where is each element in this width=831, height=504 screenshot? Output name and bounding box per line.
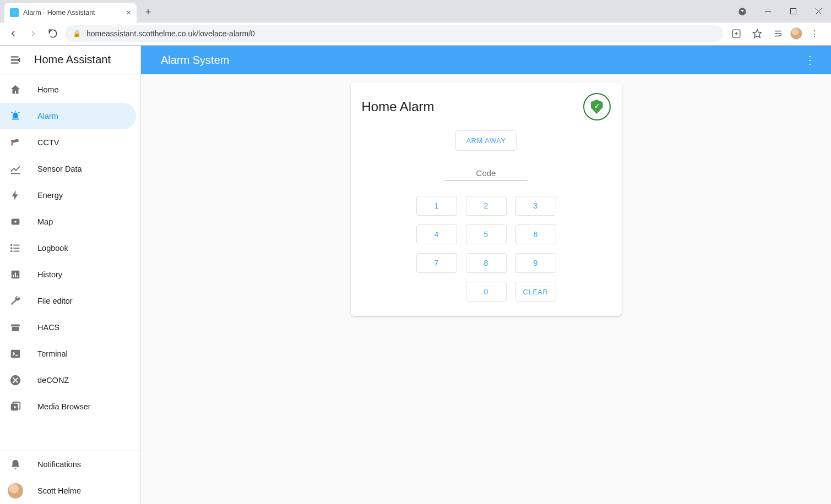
- nav-item-notifications[interactable]: Notifications: [0, 451, 140, 478]
- bookmark-icon[interactable]: [748, 25, 766, 42]
- store-icon: [9, 321, 22, 334]
- install-app-icon[interactable]: [727, 25, 745, 42]
- main-content: Alarm System ⋮ Home Alarm ✓ ARM AWAY 1: [141, 46, 831, 504]
- sidebar-title: Home Assistant: [34, 53, 132, 66]
- minimize-button[interactable]: [755, 3, 780, 20]
- new-tab-button[interactable]: +: [140, 4, 156, 21]
- nav-label: Logbook: [37, 244, 68, 253]
- svg-point-23: [11, 248, 12, 249]
- nav-item-history[interactable]: History: [0, 261, 136, 288]
- maximize-button[interactable]: [780, 3, 806, 20]
- keypad-1[interactable]: 1: [416, 196, 457, 216]
- keypad-empty: [416, 282, 457, 302]
- bar-chart-icon: [9, 268, 22, 281]
- svg-rect-27: [15, 272, 16, 277]
- svg-rect-13: [12, 119, 19, 120]
- nav-label: Home: [37, 85, 59, 94]
- keypad-3[interactable]: 3: [515, 196, 556, 216]
- tab-title: Alarm - Home Assistant: [23, 9, 95, 17]
- tab-strip: ⌂ Alarm - Home Assistant × +: [0, 0, 831, 23]
- alarm-card: Home Alarm ✓ ARM AWAY 1 2 3 4 5: [351, 83, 622, 316]
- nav-item-logbook[interactable]: Logbook: [0, 235, 136, 261]
- nav-item-terminal[interactable]: Terminal: [0, 341, 136, 367]
- nav-label: HACS: [37, 323, 59, 332]
- terminal-icon: [9, 347, 22, 360]
- url-input[interactable]: 🔒 homeassistant.scotthelme.co.uk/lovelac…: [65, 25, 723, 42]
- nav-label: History: [37, 270, 62, 279]
- svg-point-18: [14, 221, 17, 223]
- alarm-light-icon: [9, 109, 22, 123]
- chrome-account-icon[interactable]: [730, 3, 755, 20]
- arm-away-button[interactable]: ARM AWAY: [455, 130, 516, 151]
- keypad-2[interactable]: 2: [466, 196, 507, 216]
- keypad-7[interactable]: 7: [416, 253, 457, 273]
- sidebar: Home Assistant Home Alarm CCTV Sensor Da…: [0, 46, 141, 504]
- alarm-status-icon: ✓: [583, 93, 611, 120]
- card-title: Home Alarm: [362, 99, 434, 114]
- nav-label: Map: [37, 217, 53, 226]
- nav-label: CCTV: [37, 138, 59, 147]
- nav-item-energy[interactable]: Energy: [0, 182, 136, 209]
- sidebar-header: Home Assistant: [0, 46, 140, 74]
- profile-avatar-icon[interactable]: [790, 28, 802, 40]
- svg-rect-26: [13, 275, 14, 277]
- svg-line-15: [12, 112, 13, 113]
- reading-list-icon[interactable]: [769, 25, 787, 42]
- user-avatar-icon: [8, 483, 23, 498]
- nav-item-map[interactable]: Map: [0, 209, 136, 235]
- content-area: Home Alarm ✓ ARM AWAY 1 2 3 4 5: [141, 74, 831, 504]
- nav-label: Energy: [37, 191, 63, 200]
- browser-tab[interactable]: ⌂ Alarm - Home Assistant ×: [4, 3, 137, 23]
- close-window-button[interactable]: [806, 3, 831, 20]
- browser-menu-icon[interactable]: ⋮: [806, 25, 823, 42]
- nav-item-deconz[interactable]: deCONZ: [0, 367, 136, 393]
- deconz-icon: [9, 374, 22, 387]
- media-icon: [9, 400, 22, 413]
- menu-toggle-icon[interactable]: [9, 53, 22, 67]
- svg-rect-29: [11, 350, 20, 358]
- address-bar: 🔒 homeassistant.scotthelme.co.uk/lovelac…: [0, 23, 831, 46]
- map-icon: [9, 215, 22, 228]
- nav-item-sensor-data[interactable]: Sensor Data: [0, 156, 136, 182]
- svg-line-16: [19, 112, 20, 113]
- keypad-5[interactable]: 5: [466, 224, 507, 244]
- home-icon: [9, 83, 22, 96]
- topbar-menu-icon[interactable]: ⋮: [800, 50, 820, 70]
- close-tab-icon[interactable]: ×: [126, 8, 131, 17]
- list-icon: [9, 242, 22, 255]
- svg-point-24: [11, 251, 12, 252]
- nav-item-file-editor[interactable]: File editor: [0, 288, 136, 314]
- sidebar-nav[interactable]: Home Alarm CCTV Sensor Data Energy Map: [0, 74, 140, 451]
- nav-label: Media Browser: [37, 402, 91, 411]
- app: Home Assistant Home Alarm CCTV Sensor Da…: [0, 46, 831, 504]
- keypad-9[interactable]: 9: [515, 253, 556, 273]
- nav-label: deCONZ: [37, 376, 69, 385]
- svg-rect-28: [17, 276, 18, 277]
- nav-item-user[interactable]: Scott Helme: [0, 478, 140, 504]
- nav-item-cctv[interactable]: CCTV: [0, 129, 136, 156]
- bell-icon: [9, 458, 22, 471]
- reload-button[interactable]: [45, 26, 61, 41]
- keypad-6[interactable]: 6: [515, 224, 556, 244]
- lock-icon: 🔒: [73, 30, 81, 37]
- topbar: Alarm System ⋮: [141, 46, 831, 74]
- keypad-8[interactable]: 8: [466, 253, 507, 273]
- keypad: 1 2 3 4 5 6 7 8 9 0 CLEAR: [362, 196, 611, 302]
- keypad-0[interactable]: 0: [466, 282, 507, 302]
- nav-item-media-browser[interactable]: Media Browser: [0, 393, 136, 420]
- card-header: Home Alarm ✓: [362, 93, 611, 120]
- keypad-clear[interactable]: CLEAR: [515, 282, 556, 302]
- back-button[interactable]: [6, 26, 21, 41]
- browser-chrome: ⌂ Alarm - Home Assistant × + 🔒 homeassis…: [0, 0, 831, 46]
- wrench-icon: [9, 294, 22, 308]
- nav-item-hacs[interactable]: HACS: [0, 314, 136, 341]
- url-text: homeassistant.scotthelme.co.uk/lovelace-…: [86, 29, 255, 38]
- nav-item-alarm[interactable]: Alarm: [0, 103, 136, 129]
- sidebar-bottom: Notifications Scott Helme: [0, 451, 140, 504]
- bolt-icon: [9, 189, 22, 202]
- keypad-4[interactable]: 4: [416, 224, 457, 244]
- nav-item-home[interactable]: Home: [0, 76, 136, 103]
- nav-label: Sensor Data: [37, 165, 82, 173]
- code-input[interactable]: [445, 166, 528, 180]
- forward-button[interactable]: [25, 26, 41, 41]
